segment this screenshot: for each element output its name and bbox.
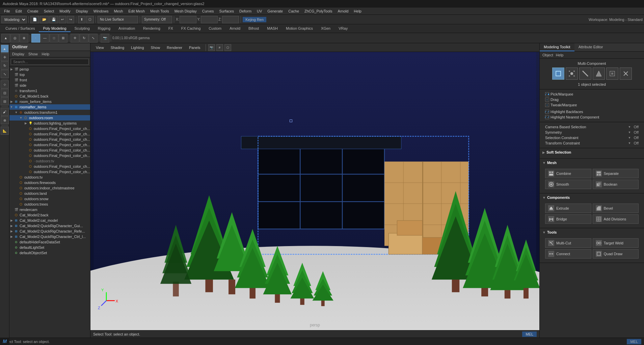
tree-od-fp1[interactable]: ⬡ outdoors:Final_Project_color_ch... xyxy=(9,126,90,131)
menu-deform[interactable]: Deform xyxy=(237,8,254,14)
right-sub-object[interactable]: Object xyxy=(542,53,553,57)
tab-mash[interactable]: MASH xyxy=(263,25,282,32)
tree-transform1[interactable]: ⊙ transform1 xyxy=(9,88,90,94)
tab-poly-modeling[interactable]: Poly Modeling xyxy=(39,25,70,32)
menu-help[interactable]: Help xyxy=(351,8,364,14)
tree-cat2qr1[interactable]: ▶ ⊞ Cat_Model2:QuickRigCharacter_Gui... xyxy=(9,223,90,229)
tree-od-fp6[interactable]: ⬡ outdoors:Final_Project_color_ch... xyxy=(9,153,90,158)
undo-btn[interactable]: ↩ xyxy=(59,16,66,23)
tree-od-fp4[interactable]: ⬡ outdoors:Final_Project_color_ch... xyxy=(9,142,90,148)
tree-hideFaceSet[interactable]: ⊙ defaultHideFaceDataSet xyxy=(9,239,90,245)
tree-od-tv[interactable]: ⬡ outdoors:tv xyxy=(9,175,90,180)
select-tool[interactable]: ⬆ xyxy=(78,16,85,23)
tab-motion-graphics[interactable]: Motion Graphics xyxy=(282,25,317,32)
boolean-btn[interactable]: Boolean xyxy=(593,180,639,189)
menu-file[interactable]: File xyxy=(1,8,13,14)
menu-create[interactable]: Create xyxy=(25,8,41,14)
outliner-tree[interactable]: ▶ 🎬 persp 🎬 top 🎬 front 🎬 side xyxy=(9,67,90,338)
tree-room-before[interactable]: ▶ ⊞ room_before_items xyxy=(9,99,90,104)
tree-lightSet[interactable]: ⊙ defaultLightSet xyxy=(9,245,90,250)
vp-menu-renderer[interactable]: Renderer xyxy=(164,45,185,50)
select-icon[interactable]: ▲ xyxy=(1,34,10,43)
menu-zhcg[interactable]: ZhCG_PolyTools xyxy=(302,8,335,14)
tree-side[interactable]: 🎬 side xyxy=(9,83,90,88)
tree-od-land[interactable]: ⬡ outdoors:land xyxy=(9,191,90,196)
measure-lt[interactable]: 📐 xyxy=(1,127,9,135)
tree-od-fp3[interactable]: ⬡ outdoors:Final_Project_color_ch... xyxy=(9,137,90,142)
vp-menu-view[interactable]: View xyxy=(93,45,107,50)
tree-top[interactable]: 🎬 top xyxy=(9,72,90,77)
menu-uv[interactable]: UV xyxy=(254,8,265,14)
tab-rigging[interactable]: Rigging xyxy=(94,25,114,32)
paint-lt[interactable]: 🖌 xyxy=(1,108,9,116)
rotate-icon[interactable]: ↻ xyxy=(80,34,88,43)
vp-menu-panels[interactable]: Panels xyxy=(186,45,203,50)
quad-draw-btn[interactable]: Quad Draw xyxy=(593,249,639,259)
tab-fx-caching[interactable]: FX Caching xyxy=(177,25,205,32)
add-divisions-btn[interactable]: Add Divisions xyxy=(593,214,639,224)
outliner-help[interactable]: Help xyxy=(42,52,50,56)
hb-check[interactable]: ✓ xyxy=(545,110,549,114)
camera-sel-val[interactable]: Off xyxy=(634,125,639,129)
menu-surfaces[interactable]: Surfaces xyxy=(217,8,237,14)
tree-od-fp8[interactable]: ⬡ outdoors:Final_Project_color_ch... xyxy=(9,169,90,175)
tree-objSet[interactable]: ⊙ defaultObjectSet xyxy=(9,250,90,256)
viewport-content[interactable]: Verts: 768276 8 0 Edges: 1535006 12 0 Fa… xyxy=(90,52,539,330)
mc-face-btn[interactable] xyxy=(593,68,605,80)
rotate-lt[interactable]: ↻ xyxy=(1,61,9,70)
tree-cat2qr2[interactable]: ▶ ⊞ Cat_Model2:QuickRigCharacter_Refe... xyxy=(9,229,90,234)
menu-generate[interactable]: Generate xyxy=(265,8,286,14)
lasso-tool[interactable]: ⬡ xyxy=(86,16,94,23)
edge-mode-icon[interactable]: — xyxy=(41,34,49,43)
hn-check[interactable]: ✓ xyxy=(545,115,549,119)
sculpt-lt[interactable]: ⊛ xyxy=(1,116,9,124)
vp-menu-show[interactable]: Show xyxy=(148,45,163,50)
new-btn[interactable]: 📄 xyxy=(30,16,39,23)
lasso-icon[interactable]: ◎ xyxy=(10,34,19,43)
mel-bar-label[interactable]: MEL xyxy=(627,339,641,344)
tab-fx[interactable]: FX xyxy=(164,25,177,32)
mesh-arrow[interactable]: ▼ xyxy=(542,161,546,165)
vp-grid-btn[interactable]: # xyxy=(216,44,223,51)
uv-mode-icon[interactable]: ⊞ xyxy=(59,34,68,43)
sel-constraint-val[interactable]: Off xyxy=(634,136,639,140)
tree-cat2qr3[interactable]: ▶ ⊞ Cat_Model2:QuickRigCharacter_Ctrl_l.… xyxy=(9,234,90,239)
tree-od-tv-child[interactable]: ⬡ · outdoors:tv xyxy=(9,158,90,164)
paint-select-icon[interactable]: ⊕ xyxy=(20,34,28,43)
vertex-mode-icon[interactable]: · xyxy=(31,34,40,43)
outliner-display[interactable]: Display xyxy=(12,52,24,56)
tab-vray[interactable]: VRay xyxy=(334,25,352,32)
right-sub-help[interactable]: Help xyxy=(556,53,564,57)
extrude-btn[interactable]: Extrude xyxy=(545,204,591,213)
menu-mesh-display[interactable]: Mesh Display xyxy=(172,8,199,14)
tree-od-lighting[interactable]: ▶ 💡 outdoors:lighting_systems xyxy=(9,121,90,126)
vp-cam-btn[interactable]: 📷 xyxy=(208,44,215,51)
multi-cut-btn[interactable]: Multi-Cut xyxy=(545,238,591,248)
bridge-btn[interactable]: Bridge xyxy=(545,214,591,224)
face-mode-icon[interactable]: □ xyxy=(50,34,58,43)
z-field[interactable] xyxy=(222,16,239,23)
symmetry-off[interactable]: Symmetry: Off xyxy=(142,16,172,23)
menu-curves[interactable]: Curves xyxy=(199,8,217,14)
tree-od-fp5[interactable]: ⬡ outdoors:Final_Project_color_ch... xyxy=(9,148,90,153)
save-btn[interactable]: 💾 xyxy=(49,16,58,23)
tab-arnold[interactable]: Arnold xyxy=(225,25,244,32)
transform-constraint-val[interactable]: Off xyxy=(634,141,639,145)
scale-lt[interactable]: ⤡ xyxy=(1,70,9,78)
tree-front[interactable]: 🎬 front xyxy=(9,77,90,83)
combine-btn[interactable]: Combine xyxy=(545,169,591,178)
tree-od-snow[interactable]: ⬡ outdoors:snow xyxy=(9,196,90,202)
menu-edit-mesh[interactable]: Edit Mesh xyxy=(126,8,147,14)
menu-windows[interactable]: Windows xyxy=(91,8,111,14)
menu-edit[interactable]: Edit xyxy=(13,8,25,14)
pick-radio[interactable]: ● xyxy=(545,92,549,96)
snap2-lt[interactable]: ⊡ xyxy=(1,89,9,97)
tweak-radio[interactable]: ○ xyxy=(545,103,549,107)
bevel-btn[interactable]: Bevel xyxy=(593,204,639,213)
snap3-lt[interactable]: ⊟ xyxy=(1,97,9,105)
tab-sculpting[interactable]: Sculpting xyxy=(71,25,94,32)
mc-close-btn[interactable] xyxy=(620,68,632,80)
tree-persp[interactable]: ▶ 🎬 persp xyxy=(9,67,90,72)
tree-od-firewoods[interactable]: ⬡ outdoors:firewoods xyxy=(9,180,90,185)
tab-animation[interactable]: Animation xyxy=(114,25,139,32)
